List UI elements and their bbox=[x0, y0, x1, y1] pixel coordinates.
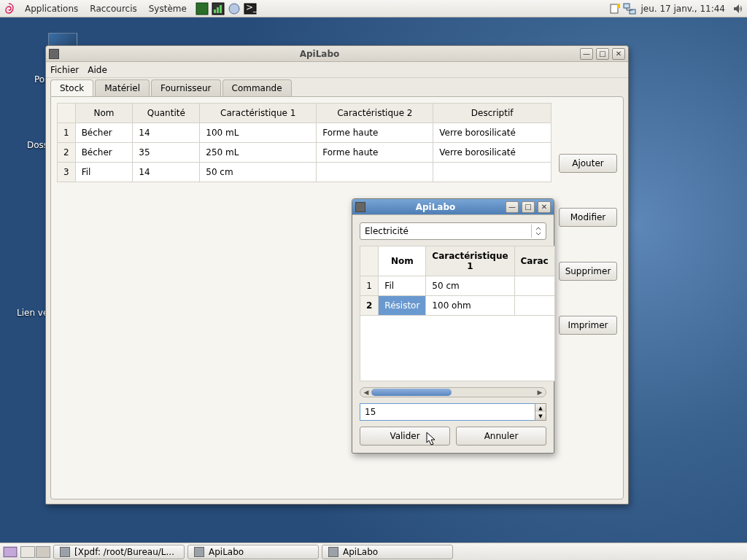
table-row-selected[interactable]: 2 Résistor 100 ohm bbox=[360, 296, 555, 316]
chevron-updown-icon bbox=[531, 225, 541, 238]
svg-rect-10 bbox=[624, 4, 630, 8]
close-button[interactable]: ✕ bbox=[612, 48, 625, 60]
window-icon bbox=[355, 202, 365, 212]
scroll-right-icon[interactable]: ▶ bbox=[535, 388, 545, 397]
menu-systeme[interactable]: Système bbox=[143, 4, 193, 14]
maximize-button[interactable]: □ bbox=[522, 201, 535, 213]
modifier-button[interactable]: Modifier bbox=[559, 208, 617, 227]
spinner-down-icon[interactable]: ▼ bbox=[535, 412, 546, 420]
supprimer-button[interactable]: Supprimer bbox=[559, 262, 617, 281]
app-icon bbox=[60, 547, 70, 557]
spinner-input[interactable] bbox=[360, 403, 535, 421]
dialog-table: Nom Caractéristique 1 Carac 1 Fil 50 cm … bbox=[360, 246, 555, 381]
app-icon bbox=[328, 547, 338, 557]
scroll-left-icon[interactable]: ◀ bbox=[361, 388, 371, 397]
workspace-2[interactable] bbox=[36, 546, 50, 558]
spinner-up-icon[interactable]: ▲ bbox=[535, 404, 546, 412]
table-row[interactable]: 1 Fil 50 cm bbox=[360, 276, 555, 296]
top-panel: Applications Raccourcis Système >_ jeu. … bbox=[0, 0, 747, 18]
valider-button[interactable]: Valider bbox=[360, 427, 450, 446]
svg-rect-2 bbox=[214, 9, 216, 13]
col-nom[interactable]: Nom bbox=[379, 246, 426, 276]
svg-rect-4 bbox=[220, 5, 222, 13]
tray-icon[interactable]: >_ bbox=[244, 2, 257, 15]
tab-bar: Stock Matériel Fournisseur Commande bbox=[46, 78, 628, 96]
dialog-window: ApiLabo — □ ✕ Electricité Nom Caractéris… bbox=[352, 198, 554, 454]
tab-materiel[interactable]: Matériel bbox=[95, 79, 150, 96]
table-row[interactable]: 1 Bécher 14 100 mL Forme haute Verre bor… bbox=[58, 123, 551, 143]
network-icon[interactable] bbox=[623, 2, 636, 15]
menu-aide[interactable]: Aide bbox=[88, 65, 107, 75]
menu-applications[interactable]: Applications bbox=[19, 4, 84, 14]
tray-icon[interactable] bbox=[212, 2, 225, 15]
window-icon bbox=[49, 49, 59, 59]
ajouter-button[interactable]: Ajouter bbox=[559, 154, 617, 173]
svg-point-5 bbox=[229, 4, 239, 14]
svg-rect-3 bbox=[217, 7, 219, 13]
imprimer-button[interactable]: Imprimer bbox=[559, 316, 617, 335]
col-c2[interactable]: Carac bbox=[514, 246, 554, 276]
menu-bar: Fichier Aide bbox=[46, 62, 628, 78]
col-c2[interactable]: Caractéristique 2 bbox=[317, 104, 433, 123]
tray-icon[interactable] bbox=[228, 2, 241, 15]
menu-fichier[interactable]: Fichier bbox=[50, 65, 79, 75]
col-c1[interactable]: Caractéristique 1 bbox=[200, 104, 317, 123]
stock-table: Nom Quantité Caractéristique 1 Caractéri… bbox=[57, 103, 551, 182]
col-c1[interactable]: Caractéristique 1 bbox=[426, 246, 514, 276]
col-desc[interactable]: Descriptif bbox=[433, 104, 551, 123]
workspace-pager[interactable] bbox=[20, 546, 50, 558]
main-titlebar[interactable]: ApiLabo — □ ✕ bbox=[46, 46, 628, 62]
show-desktop-button[interactable] bbox=[3, 545, 18, 559]
svg-text:>_: >_ bbox=[246, 2, 257, 12]
tab-commande[interactable]: Commande bbox=[222, 79, 292, 96]
minimize-button[interactable]: — bbox=[580, 48, 593, 60]
col-rownum bbox=[58, 104, 76, 123]
horizontal-scrollbar[interactable]: ◀ ▶ bbox=[360, 387, 546, 397]
combo-value: Electricité bbox=[365, 226, 409, 236]
side-button-column: Ajouter Modifier Supprimer Imprimer bbox=[559, 103, 617, 493]
menu-raccourcis[interactable]: Raccourcis bbox=[84, 4, 142, 14]
dialog-titlebar[interactable]: ApiLabo — □ ✕ bbox=[352, 199, 554, 215]
minimize-button[interactable]: — bbox=[506, 201, 519, 213]
col-rownum bbox=[360, 246, 379, 276]
table-row[interactable]: 2 Bécher 35 250 mL Forme haute Verre bor… bbox=[58, 143, 551, 163]
tab-stock[interactable]: Stock bbox=[50, 79, 93, 96]
col-quantite[interactable]: Quantité bbox=[133, 104, 200, 123]
dialog-body: Electricité Nom Caractéristique 1 Carac … bbox=[352, 215, 554, 453]
desktop-icon-label[interactable]: Lien ve bbox=[17, 308, 48, 318]
clock[interactable]: jeu. 17 janv., 11:44 bbox=[636, 4, 729, 14]
debian-logo-icon bbox=[3, 3, 15, 15]
svg-rect-9 bbox=[617, 4, 620, 8]
col-nom[interactable]: Nom bbox=[75, 104, 133, 123]
tab-fournisseur[interactable]: Fournisseur bbox=[151, 79, 221, 96]
taskbar-item[interactable]: ApiLabo bbox=[322, 545, 453, 559]
maximize-button[interactable]: □ bbox=[596, 48, 609, 60]
scroll-thumb[interactable] bbox=[371, 389, 452, 396]
svg-rect-0 bbox=[196, 3, 208, 15]
workspace-1[interactable] bbox=[20, 546, 35, 558]
bottom-panel: [Xpdf: /root/Bureau/L... ApiLabo ApiLabo bbox=[0, 542, 747, 560]
annuler-button[interactable]: Annuler bbox=[456, 427, 546, 446]
volume-icon[interactable] bbox=[732, 3, 744, 15]
svg-rect-8 bbox=[611, 4, 618, 13]
tray-icon[interactable] bbox=[610, 2, 623, 15]
app-icon bbox=[194, 547, 204, 557]
tray-icon[interactable] bbox=[196, 2, 209, 15]
quantity-spinner[interactable]: ▲ ▼ bbox=[360, 403, 546, 421]
taskbar-item[interactable]: [Xpdf: /root/Bureau/L... bbox=[53, 545, 185, 559]
svg-rect-12 bbox=[4, 547, 17, 556]
category-combo[interactable]: Electricité bbox=[360, 222, 546, 240]
window-title: ApiLabo bbox=[62, 49, 577, 59]
close-button[interactable]: ✕ bbox=[538, 201, 551, 213]
dialog-title: ApiLabo bbox=[368, 202, 503, 212]
taskbar-item[interactable]: ApiLabo bbox=[187, 545, 319, 559]
table-row[interactable]: 3 Fil 14 50 cm bbox=[58, 163, 551, 182]
